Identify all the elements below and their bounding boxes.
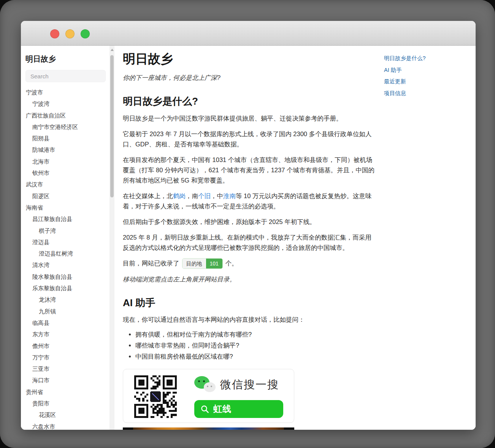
text-segment: ，中 <box>211 192 223 199</box>
sidebar-item[interactable]: 花溪区 <box>21 409 109 421</box>
qr-code <box>134 375 177 418</box>
sidebar-item[interactable]: 防城港市 <box>21 144 109 156</box>
window-content: 明日故乡 宁波市宁波湾广西壮族自治区南宁市空港经济区阳朔县防城港市北海市钦州市武… <box>21 46 476 430</box>
sidebar-item[interactable]: 龙沐湾 <box>21 294 109 305</box>
destination-count-badge: 目的地 101 <box>182 258 223 269</box>
sidebar-item[interactable]: 六盘水市 <box>21 421 109 430</box>
wechat-card: 微信搜一搜 虹线 <box>123 369 294 423</box>
link-hegang[interactable]: 鹤岗 <box>173 192 186 199</box>
sidebar-item[interactable]: 阳朔县 <box>21 133 109 144</box>
page-subtitle: 你的下一座城市，何必是北上广深? <box>123 73 374 83</box>
sidebar-nav: 宁波市宁波湾广西壮族自治区南宁市空港经济区阳朔县防城港市北海市钦州市武汉市阳逻区… <box>21 87 109 430</box>
text-segment: 个。 <box>225 258 238 268</box>
sidebar-item[interactable]: 棋子湾 <box>21 225 109 237</box>
section-heading-what: 明日故乡是什么? <box>123 95 374 108</box>
toc-link[interactable]: 项目信息 <box>384 90 460 97</box>
maximize-window-button[interactable] <box>81 29 90 38</box>
text-segment: 在社交媒体上，北 <box>123 192 173 199</box>
wechat-right: 微信搜一搜 虹线 <box>194 375 283 423</box>
paragraph-ai-intro: 现在，你可以通过自然语言与本网站的内容直接对话，比如提问： <box>123 315 374 325</box>
paragraph-history: 它最初于 2023 年 7 月以一个数据库的形式上线，收录了国内 2300 多个… <box>123 129 374 149</box>
wechat-icon <box>194 376 216 394</box>
page-title: 明日故乡 <box>123 51 374 67</box>
paragraph-offline: 但后期由于多个数据源失效，维护困难，原始版本于 2025 年初下线。 <box>123 217 374 227</box>
badge-value: 101 <box>206 259 222 268</box>
sidebar-item[interactable]: 钦州市 <box>21 167 109 179</box>
sidebar-item[interactable]: 宁波市 <box>21 87 109 98</box>
sidebar-item[interactable]: 贵州省 <box>21 386 109 398</box>
badge-label: 目的地 <box>182 259 206 268</box>
sidebar: 明日故乡 宁波市宁波湾广西壮族自治区南宁市空港经济区阳朔县防城港市北海市钦州市武… <box>21 46 109 430</box>
scrollbar-thumb[interactable] <box>110 55 114 197</box>
wechat-brand-text: 微信搜一搜 <box>220 377 279 392</box>
sidebar-item[interactable]: 海口市 <box>21 375 109 386</box>
paragraph-relaunch: 2025 年 8 月，新明日故乡重新上线。在新的模式中，我放弃了大而全的数据汇集… <box>123 232 374 253</box>
paragraph-coverage: 在项目发布的那个夏天，中国有 1031 个城市（含直辖市、地级市和县级市，下同）… <box>123 155 374 186</box>
sidebar-item[interactable]: 万宁市 <box>21 352 109 363</box>
paragraph-intro: 明日故乡是一个为中国泛数字游民群体提供旅居、躺平、迁徙决策参考的手册。 <box>123 113 374 124</box>
bottom-image <box>123 427 294 430</box>
text-segment: 目前，网站已收录了 <box>123 258 179 268</box>
minimize-window-button[interactable] <box>65 29 75 38</box>
mobile-hint: 移动端浏览需点击左上角展开网站目录。 <box>123 274 374 284</box>
wechat-search-keyword: 虹线 <box>213 403 232 415</box>
paragraph-social-media: 在社交媒体上，北鹤岗，南个旧，中淮南等 10 万元以内买房的话题也被反复热炒。这… <box>123 191 374 211</box>
backdrop: 明日故乡 宁波市宁波湾广西壮族自治区南宁市空港经济区阳朔县防城港市北海市钦州市武… <box>0 0 495 448</box>
sidebar-item[interactable]: 海南省 <box>21 202 109 213</box>
paragraph-count: 目前，网站已收录了 目的地 101 个。 <box>123 258 374 269</box>
ai-question-list: 拥有供暖，但相对位于南方的城市有哪些?哪些城市非常热闹，但同时适合躺平?中国目前… <box>123 329 374 361</box>
sidebar-item[interactable]: 乐东黎族自治县 <box>21 283 109 294</box>
sidebar-item[interactable]: 陵水黎族自治县 <box>21 271 109 283</box>
link-gejiu[interactable]: 个旧 <box>198 192 211 199</box>
sidebar-item[interactable]: 阳逻区 <box>21 191 109 202</box>
sidebar-item[interactable]: 清水湾 <box>21 259 109 271</box>
sidebar-item[interactable]: 临高县 <box>21 317 109 329</box>
link-huainan[interactable]: 淮南 <box>223 192 236 199</box>
close-window-button[interactable] <box>50 29 59 38</box>
sidebar-item[interactable]: 澄迈县 <box>21 237 109 248</box>
window-titlebar <box>21 21 476 46</box>
sidebar-item[interactable]: 九所镇 <box>21 306 109 317</box>
wechat-brand-row: 微信搜一搜 <box>194 376 283 394</box>
painting-thumbnail <box>133 427 284 430</box>
sidebar-scrollbar[interactable] <box>109 46 114 430</box>
search-input[interactable] <box>25 70 106 82</box>
search-icon <box>200 405 209 414</box>
sidebar-item[interactable]: 贵阳市 <box>21 398 109 409</box>
section-heading-ai: AI 助手 <box>123 297 374 310</box>
toc: 明日故乡是什么?AI 助手最近更新项目信息 <box>384 55 460 101</box>
toc-link[interactable]: 最近更新 <box>384 78 460 85</box>
scrollbar-up-arrow-icon[interactable] <box>111 49 114 51</box>
site-title: 明日故乡 <box>25 54 109 64</box>
sidebar-item[interactable]: 三亚市 <box>21 363 109 375</box>
sidebar-item[interactable]: 宁波湾 <box>21 98 109 110</box>
sidebar-item[interactable]: 武汉市 <box>21 179 109 190</box>
ai-question: 中国目前租房价格最低的区域在哪? <box>135 351 374 361</box>
wechat-bubble-small <box>204 382 216 392</box>
sidebar-item[interactable]: 澄迈县红树湾 <box>21 248 109 259</box>
sidebar-item[interactable]: 昌江黎族自治县 <box>21 213 109 225</box>
sidebar-item[interactable]: 广西壮族自治区 <box>21 110 109 121</box>
toc-link[interactable]: AI 助手 <box>384 67 460 74</box>
sidebar-item[interactable]: 北海市 <box>21 156 109 167</box>
ai-question: 拥有供暖，但相对位于南方的城市有哪些? <box>135 329 374 339</box>
main-content: 明日故乡 你的下一座城市，何必是北上广深? 明日故乡是什么? 明日故乡是一个为中… <box>123 46 374 430</box>
toc-link[interactable]: 明日故乡是什么? <box>384 55 460 62</box>
ai-question: 哪些城市非常热闹，但同时适合躺平? <box>135 340 374 350</box>
text-segment: ，南 <box>186 192 198 199</box>
sidebar-item[interactable]: 南宁市空港经济区 <box>21 121 109 133</box>
browser-window: 明日故乡 宁波市宁波湾广西壮族自治区南宁市空港经济区阳朔县防城港市北海市钦州市武… <box>21 21 476 430</box>
wechat-search-pill: 虹线 <box>194 400 283 418</box>
sidebar-item[interactable]: 东方市 <box>21 329 109 340</box>
sidebar-item[interactable]: 儋州市 <box>21 340 109 352</box>
